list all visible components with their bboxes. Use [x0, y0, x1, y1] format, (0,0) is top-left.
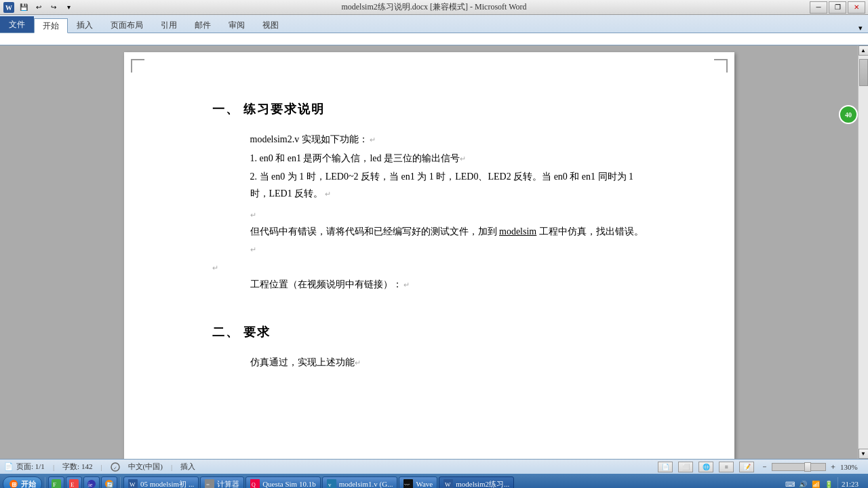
main-area: 一、 练习要求说明 modelsim2.v 实现如下功能： ↵ 1. en0 和…	[0, 45, 868, 459]
tray-sep	[837, 477, 838, 488]
document-content: 一、 练习要求说明 modelsim2.v 实现如下功能： ↵ 1. en0 和…	[212, 98, 646, 371]
scroll-down-btn[interactable]: ▼	[859, 449, 869, 459]
zoom-minus-btn[interactable]: －	[760, 462, 770, 472]
tab-review[interactable]: 审阅	[220, 18, 254, 33]
ribbon-tabs: 文件 开始 插入 页面布局 引用 邮件 审阅 视图 ▾	[0, 15, 868, 33]
taskbar-item-1-label: 计算器	[217, 479, 239, 489]
taskbar-item-3-label: modelsim1.v (G...	[339, 480, 393, 488]
para-1: modelsim2.v 实现如下功能： ↵	[212, 131, 646, 148]
tab-file[interactable]: 文件	[0, 16, 34, 33]
taskbar-item-5[interactable]: W modelsim2练习...	[439, 476, 514, 488]
tab-insert[interactable]: 插入	[68, 18, 102, 33]
para-2: 但代码中有错误，请将代码和已经编写好的测试文件，加到 modelsim 工程中仿…	[212, 223, 646, 257]
ribbon-collapse[interactable]: ▾	[856, 24, 865, 33]
start-button[interactable]: ⊞ 开始	[3, 476, 42, 488]
scroll-track[interactable]	[859, 56, 869, 449]
document-area[interactable]: 一、 练习要求说明 modelsim2.v 实现如下功能： ↵ 1. en0 和…	[0, 45, 858, 459]
para-4: 仿真通过，实现上述功能↵	[212, 354, 646, 371]
status-lang[interactable]: 中文(中国)	[128, 462, 163, 472]
taskbar-item-0-icon: W	[128, 479, 138, 488]
notification-badge[interactable]: 40	[839, 105, 858, 124]
system-tray: ⌨ 🔊 📶 🔋 21:23	[782, 477, 865, 488]
corner-tl	[131, 59, 144, 73]
tab-layout[interactable]: 页面布局	[102, 18, 152, 33]
minimize-btn[interactable]: ─	[810, 1, 827, 14]
taskbar-item-0-label: 05 modelsim初 ...	[140, 479, 194, 489]
word-logo: W	[3, 1, 15, 14]
zoom-plus-btn[interactable]: ＋	[828, 462, 838, 472]
taskbar-sep-1	[45, 477, 45, 488]
svg-text:=: =	[206, 481, 210, 488]
status-sep-2: |	[100, 463, 102, 471]
svg-text:W: W	[445, 481, 451, 488]
taskbar-item-4-label: Wave	[416, 480, 433, 488]
taskbar-clock: 21:23	[842, 480, 863, 488]
svg-text:🔄: 🔄	[106, 481, 113, 488]
status-words: 字数: 142	[62, 462, 92, 472]
start-label: 开始	[21, 479, 36, 489]
tab-view[interactable]: 视图	[254, 18, 288, 33]
status-page: 📄 页面: 1/1	[4, 462, 45, 472]
undo-quick[interactable]: ↩	[33, 1, 45, 14]
taskbar-item-2[interactable]: Q Questa Sim 10.1b	[245, 476, 321, 488]
zoom-level: 130%	[840, 463, 864, 471]
view-web-btn[interactable]: 🌐	[698, 462, 713, 472]
modelsim-link: modelsim	[499, 226, 536, 237]
taskbar-item-2-icon: Q	[250, 479, 260, 488]
heading-2: 二、 要求	[212, 321, 646, 343]
status-sep-3: |	[171, 463, 172, 471]
list-item-2: 2. 当 en0 为 1 时，LED0~2 反转，当 en1 为 1 时，LED…	[212, 168, 646, 202]
qa-more[interactable]: ▾	[62, 1, 75, 14]
svg-text:〰: 〰	[404, 482, 410, 488]
taskbar-icon-3[interactable]: ie	[83, 476, 100, 488]
close-btn[interactable]: ✕	[848, 1, 865, 14]
taskbar-item-1[interactable]: = 计算器	[200, 476, 244, 488]
status-proofing: ✓	[111, 462, 120, 472]
taskbar-item-0[interactable]: W 05 modelsim初 ...	[123, 476, 199, 488]
tab-mail[interactable]: 邮件	[186, 18, 220, 33]
view-full-btn[interactable]: ⬜	[678, 462, 693, 472]
svg-text:✓: ✓	[113, 466, 117, 471]
svg-text:⊞: ⊞	[12, 481, 17, 488]
taskbar-item-3[interactable]: v modelsim1.v (G...	[322, 476, 398, 488]
taskbar: ⊞ 开始 F E ie 🔄 W 05 modelsim初 ... = 计算器 Q…	[0, 474, 868, 488]
svg-text:v: v	[328, 481, 332, 488]
tray-icon-3: 📶	[810, 479, 821, 488]
status-insert-mode[interactable]: 插入	[180, 462, 195, 472]
view-print-btn[interactable]: 📄	[658, 462, 673, 472]
status-sep-1: |	[53, 463, 54, 471]
view-draft-btn[interactable]: 📝	[739, 462, 754, 472]
taskbar-icon-4[interactable]: 🔄	[101, 476, 117, 488]
svg-text:ie: ie	[88, 481, 93, 488]
save-quick[interactable]: 💾	[18, 1, 30, 14]
page-indicator-icon: 📄	[4, 462, 14, 471]
spacer	[212, 294, 646, 308]
tray-icon-4: 🔋	[823, 479, 834, 488]
para-empty-1: ↵	[212, 206, 646, 223]
taskbar-item-4[interactable]: 〰 Wave	[399, 476, 437, 488]
status-bar: 📄 页面: 1/1 | 字数: 142 | ✓ 中文(中国) | 插入 📄 ⬜ …	[0, 459, 868, 474]
taskbar-item-3-icon: v	[327, 479, 336, 488]
window-title: modelsim2练习说明.docx [兼容模式] - Microsoft Wo…	[341, 1, 526, 13]
svg-text:W: W	[5, 4, 12, 12]
tab-references[interactable]: 引用	[152, 18, 186, 33]
scrollbar-right[interactable]: ▲ ▼	[858, 45, 868, 459]
taskbar-sep-2	[120, 477, 121, 488]
zoom-slider[interactable]	[772, 463, 826, 471]
taskbar-item-2-label: Questa Sim 10.1b	[262, 480, 316, 488]
scroll-up-btn[interactable]: ▲	[859, 45, 869, 56]
ribbon: 文件 开始 插入 页面布局 引用 邮件 审阅 视图 ▾	[0, 15, 868, 45]
quick-access: W 💾 ↩ ↪ ▾	[0, 1, 75, 14]
title-bar: W 💾 ↩ ↪ ▾ modelsim2练习说明.docx [兼容模式] - Mi…	[0, 0, 868, 15]
svg-text:E: E	[71, 481, 75, 488]
taskbar-icon-2[interactable]: E	[66, 476, 82, 488]
taskbar-icon-1[interactable]: F	[48, 476, 64, 488]
scroll-thumb[interactable]	[859, 59, 868, 86]
taskbar-item-5-label: modelsim2练习...	[456, 479, 509, 489]
zoom-thumb[interactable]	[804, 462, 811, 472]
redo-quick[interactable]: ↪	[47, 1, 60, 14]
view-outline-btn[interactable]: ≡	[719, 462, 734, 472]
zoom-control: － ＋ 130%	[760, 462, 864, 472]
restore-btn[interactable]: ❐	[829, 1, 846, 14]
tab-home[interactable]: 开始	[34, 18, 68, 33]
